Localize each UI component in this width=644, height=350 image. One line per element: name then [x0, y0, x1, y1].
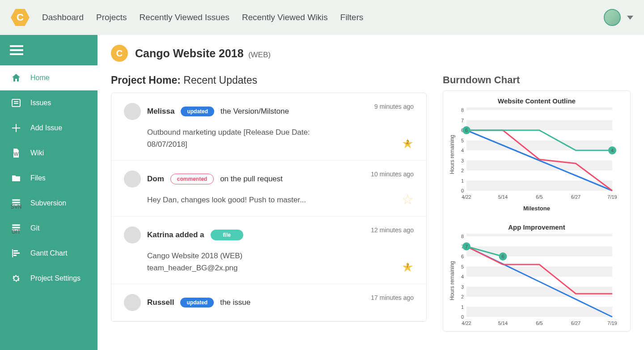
update-body: Outbound marketing update [Release Due D…: [147, 126, 335, 150]
hamburger-icon[interactable]: [0, 35, 97, 65]
update-action: the issue: [220, 298, 250, 307]
chevron-down-icon[interactable]: [627, 16, 633, 20]
update-row[interactable]: Russell updated the issue 17 minutes ago: [111, 284, 426, 321]
updates-list: Melissa updated the Version/Milstone Out…: [111, 93, 427, 322]
svg-text:3: 3: [461, 284, 464, 290]
svg-text:5: 5: [461, 138, 464, 143]
sidebar-item-label: Files: [30, 174, 46, 182]
update-body: Hey Dan, changes look good! Push to mast…: [147, 194, 335, 206]
svg-rect-9: [12, 227, 20, 228]
nav-filters[interactable]: Filters: [340, 13, 364, 22]
burndown-chart: 0123456784/225/146/56/277/19Hours remain…: [448, 234, 618, 328]
svg-rect-46: [466, 267, 612, 277]
svg-text:SVN: SVN: [11, 204, 21, 209]
update-row[interactable]: Dom commented on the pull request Hey Da…: [111, 161, 426, 216]
update-timestamp: 12 minutes ago: [371, 226, 414, 234]
svg-rect-12: [12, 249, 13, 257]
update-timestamp: 17 minutes ago: [371, 294, 414, 301]
svg-rect-14: [13, 252, 20, 254]
svg-text:6: 6: [461, 254, 464, 259]
nav-projects[interactable]: Projects: [96, 13, 127, 22]
svg-text:6/5: 6/5: [536, 320, 542, 326]
svg-rect-49: [466, 247, 612, 257]
svg-text:6: 6: [501, 254, 504, 259]
svg-text:8: 8: [461, 107, 464, 113]
chart-subtitle: App Improvement: [448, 223, 626, 231]
update-user: Melissa: [147, 107, 174, 116]
badge-updated: updated: [181, 107, 214, 116]
sidebar-item-gantt-chart[interactable]: Gantt Chart: [0, 241, 97, 266]
sidebar-item-label: Issues: [30, 99, 51, 107]
burndown-title: Burndown Chart: [443, 74, 631, 86]
star-icon[interactable]: ☆: [402, 192, 414, 207]
user-avatar[interactable]: [604, 9, 621, 26]
svg-text:4/22: 4/22: [462, 320, 471, 326]
svg-text:5: 5: [461, 264, 464, 269]
svg-text:0: 0: [461, 314, 464, 320]
sidebar: HomeIssuesAdd IssueWWikiFilesSVNSubversi…: [0, 35, 97, 350]
svg-text:Hours remaining: Hours remaining: [449, 135, 455, 174]
sidebar-item-issues[interactable]: Issues: [0, 90, 97, 115]
update-action: the Version/Milstone: [220, 107, 289, 116]
plus-icon: [10, 122, 22, 134]
svn-icon: SVN: [10, 197, 22, 209]
sidebar-item-add-issue[interactable]: Add Issue: [0, 115, 97, 141]
sidebar-item-files[interactable]: Files: [0, 166, 97, 191]
svg-rect-4: [12, 199, 20, 201]
svg-text:8: 8: [461, 234, 464, 239]
update-user: Katrina added a: [147, 230, 204, 239]
svg-text:5/14: 5/14: [498, 194, 508, 200]
svg-text:6: 6: [465, 128, 468, 133]
svg-text:7: 7: [465, 244, 468, 249]
update-timestamp: 9 minutes ago: [374, 103, 414, 110]
update-body: Cango Website 2018 (WEB)team_header_BG@2…: [147, 250, 335, 274]
svg-text:3: 3: [461, 158, 464, 163]
svg-text:4: 4: [461, 148, 464, 153]
nav-recent-issues[interactable]: Recently Viewed Issues: [140, 13, 229, 22]
svg-text:4/22: 4/22: [462, 194, 471, 200]
project-code: (WEB): [248, 51, 271, 59]
sidebar-item-label: Project Settings: [30, 274, 80, 282]
sidebar-item-wiki[interactable]: WWiki: [0, 141, 97, 166]
sidebar-item-home[interactable]: Home: [0, 65, 97, 90]
sidebar-item-label: Gantt Chart: [30, 249, 68, 257]
svg-text:1: 1: [461, 178, 464, 184]
burndown-panel: Website Content Outline0123456784/225/14…: [443, 90, 631, 332]
svg-text:5/14: 5/14: [498, 320, 508, 326]
project-logo: C: [111, 45, 128, 62]
sidebar-item-subversion[interactable]: SVNSubversion: [0, 191, 97, 216]
chart-subtitle: Website Content Outline: [448, 97, 626, 105]
update-row[interactable]: Melissa updated the Version/Milstone Out…: [111, 93, 426, 161]
git-icon: GIT: [10, 222, 22, 235]
svg-rect-28: [466, 107, 612, 110]
sidebar-item-project-settings[interactable]: Project Settings: [0, 266, 97, 291]
update-row[interactable]: Katrina added a file Cango Website 2018 …: [111, 217, 426, 284]
update-user: Russell: [147, 298, 174, 307]
project-header: C Cango Website 2018 (WEB): [111, 45, 631, 62]
svg-text:2: 2: [461, 294, 464, 299]
nav-dashboard[interactable]: Dashboard: [42, 13, 84, 22]
app-logo[interactable]: C: [11, 8, 30, 27]
svg-text:Hours remaining: Hours remaining: [449, 261, 455, 300]
list-icon: [10, 97, 22, 109]
star-icon[interactable]: ★7: [402, 259, 414, 275]
svg-text:6/27: 6/27: [571, 194, 580, 200]
sidebar-item-label: Home: [30, 74, 50, 82]
update-avatar: [124, 171, 141, 188]
svg-rect-15: [13, 255, 17, 256]
nav-recent-wikis[interactable]: Recently Viewed Wikis: [242, 13, 328, 22]
home-icon: [10, 72, 22, 84]
gantt-icon: [10, 247, 22, 260]
sidebar-item-label: Wiki: [30, 149, 44, 157]
star-icon[interactable]: ★2: [402, 136, 414, 151]
svg-text:W: W: [14, 151, 19, 157]
update-action: on the pull request: [220, 175, 283, 184]
section-title: Project Home: Recent Updates: [111, 74, 427, 86]
update-avatar: [124, 294, 141, 311]
top-nav: C Dashboard Projects Recently Viewed Iss…: [0, 0, 644, 35]
svg-text:7/19: 7/19: [607, 194, 617, 200]
svg-text:0: 0: [461, 188, 464, 193]
svg-rect-25: [466, 120, 612, 131]
svg-text:4: 4: [461, 274, 464, 279]
sidebar-item-git[interactable]: GITGit: [0, 216, 97, 241]
